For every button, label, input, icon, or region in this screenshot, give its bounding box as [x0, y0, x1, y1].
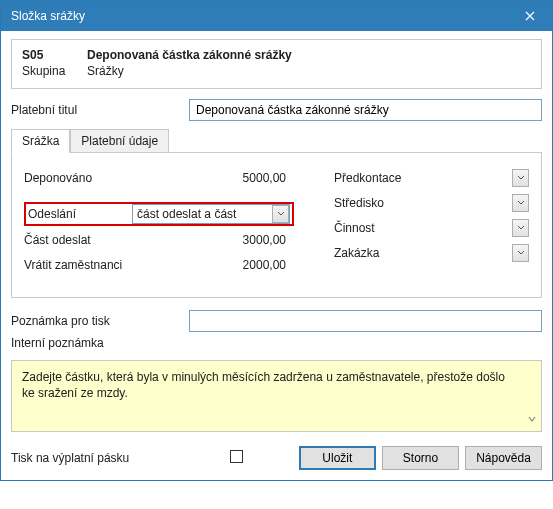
payment-title-input[interactable] — [189, 99, 542, 121]
help-text: Zadejte částku, která byla v minulých mě… — [22, 369, 531, 401]
tab-srazka[interactable]: Srážka — [11, 129, 70, 153]
predkontace-label: Předkontace — [334, 171, 424, 185]
save-button[interactable]: Uložit — [299, 446, 376, 470]
help-box: Zadejte částku, která byla v minulých mě… — [11, 360, 542, 432]
cancel-button[interactable]: Storno — [382, 446, 459, 470]
zakazka-dropdown[interactable] — [512, 244, 529, 262]
payment-title-row: Platební titul — [11, 99, 542, 121]
window-title: Složka srážky — [11, 9, 507, 23]
stredisko-label: Středisko — [334, 196, 424, 210]
dialog-window: Složka srážky S05 Deponovaná částka záko… — [0, 0, 553, 481]
cast-odeslat-label: Část odeslat — [24, 233, 134, 247]
cinnost-label: Činnost — [334, 221, 424, 235]
scroll-down-icon[interactable] — [526, 413, 538, 428]
notes-section: Poznámka pro tisk Interní poznámka — [11, 310, 542, 350]
group-label: Skupina — [22, 64, 87, 78]
vratit-value: 2000,00 — [134, 258, 292, 272]
titlebar: Složka srážky — [1, 1, 552, 31]
tab-body: Deponováno 5000,00 Odeslání část odeslat… — [11, 152, 542, 298]
tisk-checkbox[interactable] — [230, 450, 243, 463]
close-button[interactable] — [507, 1, 552, 31]
cinnost-dropdown[interactable] — [512, 219, 529, 237]
vratit-label: Vrátit zaměstnanci — [24, 258, 134, 272]
help-button[interactable]: Nápověda — [465, 446, 542, 470]
stredisko-dropdown[interactable] — [512, 194, 529, 212]
tabs: Srážka Platební údaje — [11, 129, 542, 153]
odeslani-row-highlight: Odeslání část odeslat a část — [24, 202, 294, 226]
group-value: Srážky — [87, 64, 124, 78]
odeslani-value: část odeslat a část — [137, 207, 272, 221]
code-value: Deponovaná částka zákonné srážky — [87, 48, 292, 62]
note-print-input[interactable] — [189, 310, 542, 332]
note-internal-label: Interní poznámka — [11, 336, 189, 350]
zakazka-label: Zakázka — [334, 246, 424, 260]
odeslani-select[interactable]: část odeslat a část — [132, 204, 290, 224]
deponovano-value: 5000,00 — [134, 171, 292, 185]
tisk-label: Tisk na výplatní pásku — [11, 451, 230, 465]
footer: Tisk na výplatní pásku Uložit Storno Náp… — [11, 446, 542, 470]
right-column: Předkontace Středisko — [334, 167, 529, 279]
payment-title-label: Platební titul — [11, 103, 189, 117]
note-print-label: Poznámka pro tisk — [11, 314, 189, 328]
left-column: Deponováno 5000,00 Odeslání část odeslat… — [24, 167, 294, 279]
tab-platebni-udaje[interactable]: Platební údaje — [70, 129, 169, 153]
header-box: S05 Deponovaná částka zákonné srážky Sku… — [11, 39, 542, 89]
odeslani-label: Odeslání — [26, 207, 132, 221]
content: S05 Deponovaná částka zákonné srážky Sku… — [1, 31, 552, 480]
cast-odeslat-value: 3000,00 — [134, 233, 292, 247]
chevron-down-icon[interactable] — [272, 205, 289, 223]
deponovano-label: Deponováno — [24, 171, 134, 185]
predkontace-dropdown[interactable] — [512, 169, 529, 187]
code-label: S05 — [22, 48, 87, 62]
